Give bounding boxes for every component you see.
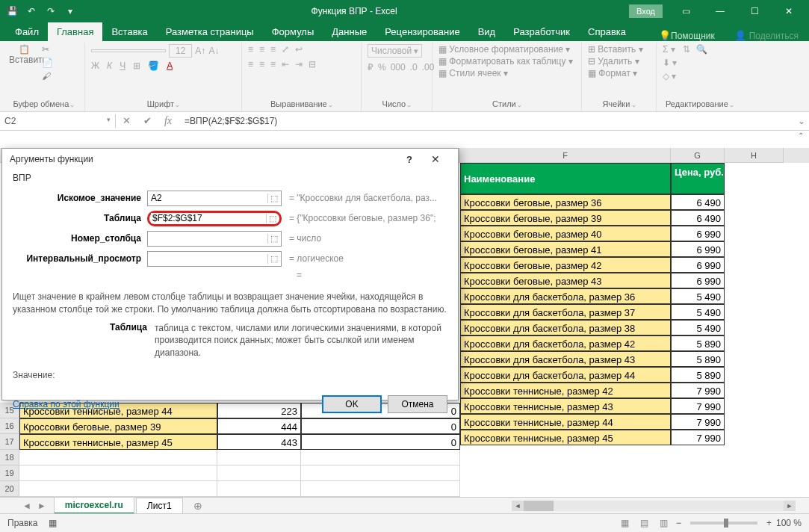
lookup-name-6[interactable]: Кроссовки для баскетбола, размер 36 [460, 288, 671, 304]
percent-icon[interactable]: % [378, 62, 386, 72]
font-size-select[interactable]: 12 [169, 44, 192, 58]
fill-color-icon[interactable]: 🪣 [148, 61, 159, 71]
collapse-ribbon-icon[interactable]: ⌃ [796, 132, 806, 142]
lookup-price-9[interactable]: 5 890 [671, 335, 725, 351]
lookup-name-3[interactable]: Кроссовки беговые, размер 41 [460, 241, 671, 257]
lookup-name-10[interactable]: Кроссовки для баскетбола, размер 43 [460, 351, 671, 367]
align-center-icon[interactable]: ≡ [259, 59, 264, 69]
orientation-icon[interactable]: ⤢ [282, 44, 289, 55]
lookup-price-0[interactable]: 6 490 [671, 194, 725, 210]
tab-home[interactable]: Главная [48, 22, 102, 41]
tab-pagelayout[interactable]: Разметка страницы [157, 22, 263, 41]
delete-cells-button[interactable]: ⊟ Удалить ▾ [588, 56, 639, 66]
inc-decimal-icon[interactable]: .0 [410, 62, 418, 72]
underline-icon[interactable]: Ч [120, 61, 125, 71]
name-box[interactable]: C2 [0, 114, 116, 128]
italic-icon[interactable]: К [107, 61, 112, 71]
lookup-name-5[interactable]: Кроссовки беговые, размер 43 [460, 273, 671, 288]
lookup-price-12[interactable]: 7 990 [671, 383, 725, 398]
cell-b-20[interactable] [217, 481, 301, 497]
close-icon[interactable]: ✕ [772, 0, 806, 22]
col-header-f[interactable]: F [460, 148, 671, 163]
increase-font-icon[interactable]: A↑ [195, 46, 205, 56]
expand-formula-icon[interactable]: ⌄ [794, 116, 809, 126]
lookup-price-4[interactable]: 6 990 [671, 257, 725, 273]
cell-c-17[interactable]: 0 [301, 434, 460, 450]
lookup-name-2[interactable]: Кроссовки беговые, размер 40 [460, 226, 671, 241]
align-right-icon[interactable]: ≡ [270, 59, 276, 69]
dialog-help-icon[interactable]: ? [398, 154, 421, 165]
share-button[interactable]: 👤 Поделиться [724, 30, 809, 41]
lookup-name-14[interactable]: Кроссовки теннисные, размер 44 [460, 414, 671, 430]
lookup-name-4[interactable]: Кроссовки беговые, размер 42 [460, 257, 671, 273]
cell-b-19[interactable] [217, 466, 301, 481]
number-format-select[interactable]: Числовой ▾ [368, 44, 422, 58]
lookup-name-8[interactable]: Кроссовки для баскетбола, размер 38 [460, 320, 671, 335]
tab-data[interactable]: Данные [323, 22, 376, 41]
row-header-20[interactable]: 20 [0, 481, 19, 497]
redo-icon[interactable]: ↷ [42, 2, 60, 20]
indent-inc-icon[interactable]: ⇥ [295, 59, 303, 69]
merge-icon[interactable]: ⊟ [309, 59, 316, 69]
lookup-name-7[interactable]: Кроссовки для баскетбола, размер 37 [460, 304, 671, 320]
clear-icon[interactable]: ◇ ▾ [663, 71, 677, 81]
col-header-h[interactable]: H [725, 148, 784, 163]
copy-icon[interactable]: 📄 [42, 58, 53, 68]
font-color-icon[interactable]: А [167, 61, 173, 71]
align-bot-icon[interactable]: ≡ [270, 44, 276, 55]
cell-c-18[interactable] [301, 450, 460, 466]
border-icon[interactable]: ⊞ [133, 61, 140, 71]
row-header-19[interactable]: 19 [0, 466, 19, 481]
sheet-nav-prev-icon[interactable]: ◄ [22, 501, 31, 511]
cell-c-19[interactable] [301, 466, 460, 481]
cancel-formula-icon[interactable]: ✕ [116, 115, 137, 127]
cell-b-17[interactable]: 443 [217, 434, 301, 450]
accept-formula-icon[interactable]: ✔ [137, 115, 158, 127]
lookup-name-11[interactable]: Кроссовки для баскетбола, размер 44 [460, 367, 671, 383]
sheet-tab-1[interactable]: microexcel.ru [54, 497, 134, 514]
format-painter-icon[interactable]: 🖌 [42, 71, 53, 81]
add-sheet-icon[interactable]: ⊕ [190, 500, 205, 512]
ok-button[interactable]: OK [322, 395, 382, 413]
cut-icon[interactable]: ✂ [42, 44, 53, 55]
lookup-price-10[interactable]: 5 890 [671, 351, 725, 367]
lookup-price-3[interactable]: 6 990 [671, 241, 725, 257]
tab-review[interactable]: Рецензирование [376, 22, 468, 41]
sheet-tab-2[interactable]: Лист1 [136, 498, 183, 514]
arg-input-3[interactable] [149, 253, 267, 264]
scroll-right-icon[interactable]: ► [784, 501, 796, 511]
tab-view[interactable]: Вид [469, 22, 505, 41]
save-icon[interactable]: 💾 [3, 2, 21, 20]
comma-icon[interactable]: 000 [391, 62, 406, 72]
ribbon-options-icon[interactable]: ▭ [669, 0, 703, 22]
zoom-slider[interactable] [690, 522, 757, 525]
dialog-help-link[interactable]: Справка по этой функции [13, 399, 120, 409]
cell-c-20[interactable] [301, 481, 460, 497]
tell-me[interactable]: 💡 Помощник [650, 30, 724, 41]
tab-help[interactable]: Справка [579, 22, 635, 41]
cell-b-18[interactable] [217, 450, 301, 466]
login-button[interactable]: Вход [629, 4, 663, 18]
lookup-price-1[interactable]: 6 490 [671, 210, 725, 226]
find-icon[interactable]: 🔍 [696, 44, 707, 55]
format-table-button[interactable]: ▦ Форматировать как таблицу ▾ [438, 56, 573, 66]
lookup-price-13[interactable]: 7 990 [671, 398, 725, 414]
cancel-button[interactable]: Отмена [388, 395, 447, 413]
maximize-icon[interactable]: ☐ [737, 0, 772, 22]
formula-input[interactable]: =ВПР(A2;$F$2:$G$17) [179, 114, 794, 128]
macro-record-icon[interactable]: ▦ [49, 518, 57, 528]
insert-cells-button[interactable]: ⊞ Вставить ▾ [588, 44, 643, 55]
row-header-17[interactable]: 17 [0, 434, 19, 450]
arg-input-2[interactable] [149, 233, 267, 244]
scroll-left-icon[interactable]: ◄ [512, 501, 524, 511]
cell-a-17[interactable]: Кроссовки теннисные, размер 45 [19, 434, 217, 450]
zoom-in-icon[interactable]: + [766, 518, 772, 528]
view-layout-icon[interactable]: ▤ [637, 518, 652, 528]
lookup-name-15[interactable]: Кроссовки теннисные, размер 45 [460, 430, 671, 445]
fx-icon[interactable]: fx [158, 115, 179, 127]
align-left-icon[interactable]: ≡ [248, 59, 253, 69]
lookup-price-11[interactable]: 5 890 [671, 367, 725, 383]
tab-developer[interactable]: Разработчик [504, 22, 579, 41]
cell-a-18[interactable] [19, 450, 217, 466]
tab-formulas[interactable]: Формулы [263, 22, 323, 41]
